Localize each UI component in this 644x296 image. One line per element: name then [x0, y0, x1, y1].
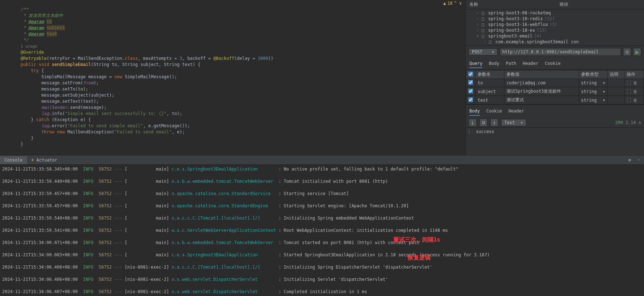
tree-count: (4) — [534, 34, 542, 39]
expand-icon[interactable]: ⛶ — [627, 89, 631, 94]
response-format-select[interactable]: Text▾ — [501, 119, 526, 126]
code-line[interactable]: * @param subject — [10, 25, 463, 31]
code-line[interactable]: try { — [10, 68, 463, 74]
code-line[interactable]: log.error("Failed to send simple email",… — [10, 123, 463, 129]
param-desc[interactable] — [608, 96, 624, 105]
send-button[interactable]: ▶ — [633, 48, 641, 56]
response-tab-header[interactable]: Header — [508, 107, 524, 116]
request-tab-cookie[interactable]: Cookie — [545, 59, 560, 68]
code-line[interactable]: } — [10, 135, 463, 141]
http-method-select[interactable]: POST▾ — [469, 48, 498, 56]
response-lineno: 1 — [466, 129, 473, 134]
tree-label: spring-boot3-08-rocketmq — [488, 10, 551, 16]
tree-item[interactable]: ›spring-boot3-10-redis (32) — [468, 16, 642, 22]
delete-icon[interactable]: 🗑 — [633, 89, 638, 94]
console-output[interactable]: 2024-11-21T15:33:58.345+08:00 INFO 58752… — [0, 165, 644, 296]
folder-icon — [482, 34, 487, 39]
annotation-retry: 重试三次，间隔1s — [393, 236, 440, 244]
code-line[interactable] — [10, 147, 463, 154]
code-line[interactable]: public void sendSimpleEmail(String to, S… — [10, 62, 463, 68]
param-value[interactable]: coderjia@qq.com — [504, 79, 579, 87]
tree-count: (3) — [549, 22, 557, 27]
response-tab-cookie[interactable]: Cookie — [486, 107, 502, 116]
save-icon[interactable]: ⭳ — [469, 119, 477, 127]
code-line[interactable]: message.setSubject(subject); — [10, 92, 463, 98]
response-content: success — [473, 129, 494, 134]
param-name[interactable]: subject — [476, 87, 504, 96]
tree-item[interactable]: ›spring-boot3-08-rocketmq — [468, 10, 642, 16]
delete-icon[interactable]: 🗑 — [633, 98, 638, 103]
minimize-icon[interactable]: － — [634, 155, 644, 164]
params-check-all[interactable] — [468, 72, 473, 76]
code-line[interactable]: SimpleMailMessage message = new SimpleMa… — [10, 74, 463, 80]
delete-icon[interactable]: 🗑 — [633, 80, 638, 85]
expand-icon[interactable]: ⛶ — [627, 98, 631, 103]
code-line[interactable]: /** — [10, 6, 463, 13]
code-line[interactable]: * 发送简单文本邮件 — [10, 13, 463, 19]
response-tab-body[interactable]: Body — [469, 107, 480, 116]
log-line: 2024-11-21T15:33:59.440+08:00 INFO 58752… — [2, 178, 642, 185]
tree-item[interactable]: ∨springboot3-email (4) — [468, 33, 642, 39]
chevron-icon: › — [477, 11, 480, 15]
tree-item[interactable]: ›spring-boot3-18-es (13) — [468, 27, 642, 33]
param-type-select[interactable]: string▾ — [581, 80, 605, 85]
code-line[interactable]: * @param text — [10, 31, 463, 37]
tree-item[interactable]: ›com.example.springboot3email con — [468, 39, 642, 45]
code-line[interactable]: } — [10, 141, 463, 147]
expand-icon[interactable]: ⛶ — [627, 80, 631, 85]
project-tree[interactable]: ›spring-boot3-08-rocketmq ›spring-boot3-… — [466, 9, 644, 45]
gear-icon[interactable]: ⚙ — [626, 156, 634, 164]
code-line[interactable]: @Retryable(retryFor = MailSendException.… — [10, 56, 463, 62]
response-time: 2.14 s — [626, 120, 641, 125]
log-line: 2024-11-21T15:34:06.406+08:00 INFO 58752… — [2, 277, 642, 283]
code-line[interactable]: message.setFrom(from); — [10, 80, 463, 86]
code-line[interactable]: mailSender.send(message); — [10, 105, 463, 111]
response-body[interactable]: 1 success — [466, 128, 644, 136]
param-value[interactable]: 测试Springboot3发送邮件 — [504, 87, 579, 96]
request-tab-path[interactable]: Path — [506, 59, 516, 68]
param-checkbox[interactable] — [468, 97, 473, 102]
actuator-icon: ⚘ — [31, 158, 34, 163]
request-tab-query[interactable]: Query — [469, 59, 482, 68]
param-name[interactable]: to — [476, 79, 504, 87]
code-editor[interactable]: ▲ 18 ^ ∨ /** * 发送简单文本邮件 * @param to * @p… — [0, 0, 465, 155]
request-tab-body[interactable]: Body — [489, 59, 499, 68]
code-line[interactable]: * @param to — [10, 19, 463, 25]
folder-icon — [489, 39, 494, 44]
param-checkbox[interactable] — [468, 89, 473, 93]
request-tab-header[interactable]: Header — [523, 59, 538, 68]
code-line[interactable]: no usages — [10, 154, 463, 155]
code-line[interactable]: @Override — [10, 49, 463, 56]
log-line: 2024-11-21T15:34:06.407+08:00 INFO 58752… — [2, 289, 642, 295]
th-name: 参数名 — [476, 70, 504, 79]
copy-icon[interactable]: ⧉ — [479, 119, 487, 127]
th-type: 参数类型 — [579, 70, 608, 79]
param-desc[interactable] — [608, 87, 624, 96]
param-desc[interactable] — [608, 79, 624, 87]
code-line[interactable]: message.setTo(to); — [10, 86, 463, 92]
param-row: text测试重试string▾⛶🗑 — [466, 96, 644, 105]
param-type-select[interactable]: string▾ — [581, 89, 605, 94]
tab-actuator[interactable]: ⚘ Actuator — [27, 156, 62, 164]
param-type-select[interactable]: string▾ — [581, 98, 605, 103]
log-line: 2024-11-21T15:33:59.457+08:00 INFO 58752… — [2, 203, 642, 209]
code-line[interactable]: throw new MailSendException("Failed to s… — [10, 129, 463, 135]
code-line[interactable]: } catch (Exception e) { — [10, 117, 463, 123]
export-icon[interactable]: ↥ — [490, 119, 498, 127]
tab-console[interactable]: Console — [0, 156, 27, 164]
chevron-down-icon: ▾ — [603, 80, 605, 85]
right-panel: 名称 路径 ›spring-boot3-08-rocketmq ›spring-… — [465, 0, 644, 155]
param-name[interactable]: text — [476, 96, 504, 105]
inspection-badge[interactable]: ▲ 18 ^ ∨ — [443, 1, 462, 6]
code-line[interactable]: log.info("Simple email sent successfully… — [10, 111, 463, 117]
param-checkbox[interactable] — [468, 80, 473, 85]
tree-item[interactable]: ›spring-boot3-16-webflux (3) — [468, 22, 642, 27]
code-line[interactable]: */ — [10, 37, 463, 43]
code-line[interactable]: message.setText(text); — [10, 98, 463, 105]
param-value[interactable]: 测试重试 — [504, 96, 579, 105]
tree-header-name: 名称 — [469, 1, 560, 8]
history-icon[interactable]: ◷ — [623, 48, 631, 56]
tree-header: 名称 路径 — [466, 0, 644, 9]
code-line[interactable]: 1 usage — [10, 43, 463, 49]
http-url-input[interactable]: http://127.0.0.1:8081/sendSimpleEmail — [500, 48, 621, 56]
